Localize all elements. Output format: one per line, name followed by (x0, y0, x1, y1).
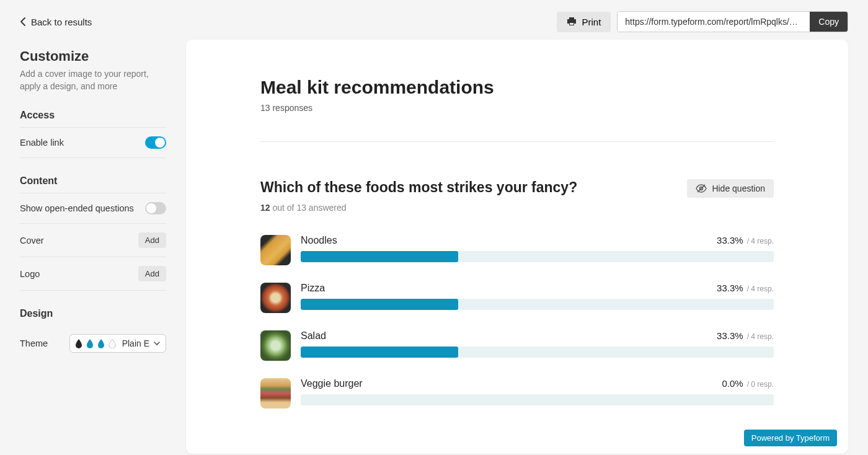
option-percent: 33.3% (717, 235, 743, 245)
option-thumbnail (260, 235, 291, 265)
bar-track (301, 394, 774, 405)
drop-icon (75, 338, 82, 348)
option-top: Noodles 33.3% / 4 resp. (301, 235, 774, 246)
chevron-left-icon (20, 17, 26, 26)
option-responses: / 4 resp. (747, 285, 774, 293)
drop-icon (108, 338, 116, 348)
question-header: Which of these foods most strikes your f… (260, 179, 774, 198)
share-url-group: Copy (617, 11, 848, 32)
access-section-title: Access (20, 110, 166, 128)
toggle-knob (155, 138, 165, 148)
report-title: Meal kit recommendations (260, 77, 774, 98)
option-thumbnail (260, 378, 291, 409)
sidebar: Customize Add a cover image to your repo… (0, 40, 186, 454)
answered-count: 12 out of 13 answered (260, 203, 774, 213)
topbar-actions: Print Copy (557, 11, 848, 32)
bar-track (301, 299, 774, 310)
option-stats: 33.3% / 4 resp. (717, 330, 774, 341)
print-label: Print (582, 17, 601, 27)
option-label: Noodles (301, 235, 337, 246)
back-to-results-link[interactable]: Back to results (20, 17, 92, 27)
option-stats: 33.3% / 4 resp. (717, 283, 774, 293)
drop-icon (86, 338, 94, 348)
main-layout: Customize Add a cover image to your repo… (0, 40, 868, 454)
theme-row: Theme Plain E (20, 325, 166, 361)
hide-question-label: Hide question (712, 183, 765, 193)
logo-label: Logo (20, 269, 40, 279)
enable-link-label: Enable link (20, 138, 64, 148)
option-top: Pizza 33.3% / 4 resp. (301, 283, 774, 294)
enable-link-toggle[interactable] (145, 136, 166, 149)
option-row: Noodles 33.3% / 4 resp. (260, 235, 774, 265)
svg-rect-0 (569, 17, 574, 19)
cover-row: Cover Add (20, 224, 166, 257)
open-ended-row: Show open-ended questions (20, 193, 166, 224)
content-section-title: Content (20, 175, 166, 193)
bar-fill (301, 251, 458, 262)
response-count: 13 responses (260, 103, 774, 113)
chevron-down-icon (153, 340, 161, 347)
answered-rest: out of 13 answered (270, 203, 347, 213)
theme-label: Theme (20, 338, 48, 348)
enable-link-row: Enable link (20, 128, 166, 158)
theme-value: Plain E (122, 338, 149, 348)
option-percent: 33.3% (717, 330, 743, 341)
option-row: Pizza 33.3% / 4 resp. (260, 283, 774, 313)
share-url-input[interactable] (618, 12, 810, 32)
eye-off-icon (696, 184, 707, 193)
bar-track (301, 347, 774, 358)
logo-row: Logo Add (20, 257, 166, 291)
option-label: Salad (301, 330, 326, 342)
bar-track (301, 251, 774, 262)
cover-label: Cover (20, 236, 44, 245)
bar-fill (301, 347, 458, 358)
option-responses: / 0 resp. (747, 380, 774, 389)
divider (260, 141, 774, 142)
print-button[interactable]: Print (557, 12, 611, 32)
powered-by-badge[interactable]: Powered by Typeform (744, 430, 837, 446)
report-panel: Meal kit recommendations 13 responses Wh… (186, 40, 848, 454)
option-body: Salad 33.3% / 4 resp. (301, 330, 774, 358)
question-title: Which of these foods most strikes your f… (260, 179, 577, 196)
option-label: Pizza (301, 283, 325, 294)
open-ended-toggle[interactable] (145, 202, 166, 214)
add-logo-button[interactable]: Add (138, 266, 166, 281)
sidebar-title: Customize (20, 48, 166, 64)
option-thumbnail (260, 283, 291, 313)
topbar: Back to results Print Copy (0, 0, 868, 40)
option-responses: / 4 resp. (747, 332, 774, 341)
open-ended-label: Show open-ended questions (20, 203, 134, 213)
toggle-knob (146, 203, 156, 213)
copy-button[interactable]: Copy (810, 12, 848, 32)
answered-bold: 12 (260, 203, 270, 213)
option-responses: / 4 resp. (747, 237, 774, 245)
options-list: Noodles 33.3% / 4 resp. Pizza 33.3% / 4 … (260, 235, 774, 409)
theme-select[interactable]: Plain E (69, 334, 166, 353)
option-label: Veggie burger (301, 378, 363, 389)
option-body: Veggie burger 0.0% / 0 resp. (301, 378, 774, 405)
option-thumbnail (260, 330, 291, 361)
bar-fill (301, 299, 458, 310)
back-label: Back to results (31, 17, 92, 27)
option-top: Veggie burger 0.0% / 0 resp. (301, 378, 774, 389)
option-row: Salad 33.3% / 4 resp. (260, 330, 774, 361)
hide-question-button[interactable]: Hide question (687, 179, 774, 198)
svg-rect-3 (570, 23, 574, 25)
drop-icon (97, 338, 105, 348)
design-section-title: Design (20, 308, 166, 325)
option-body: Pizza 33.3% / 4 resp. (301, 283, 774, 310)
option-row: Veggie burger 0.0% / 0 resp. (260, 378, 774, 409)
option-top: Salad 33.3% / 4 resp. (301, 330, 774, 342)
option-percent: 0.0% (722, 378, 743, 389)
option-stats: 0.0% / 0 resp. (722, 378, 774, 389)
option-body: Noodles 33.3% / 4 resp. (301, 235, 774, 262)
option-stats: 33.3% / 4 resp. (717, 235, 774, 245)
option-percent: 33.3% (717, 283, 743, 293)
add-cover-button[interactable]: Add (138, 232, 166, 248)
printer-icon (567, 17, 577, 26)
sidebar-description: Add a cover image to your report, apply … (20, 68, 166, 92)
